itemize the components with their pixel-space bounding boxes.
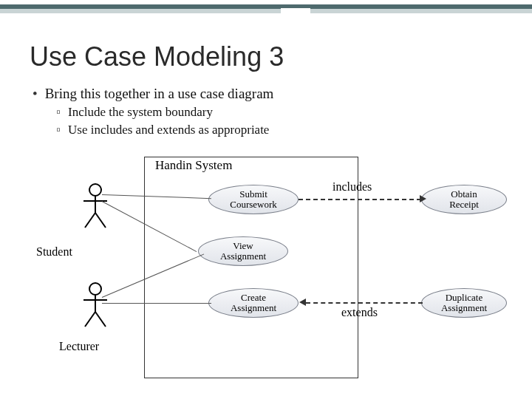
assoc-lecturer-create	[102, 303, 211, 304]
usecase-create: Create Assignment	[208, 288, 299, 318]
svg-point-5	[89, 283, 101, 295]
svg-point-0	[89, 184, 101, 196]
svg-line-8	[85, 312, 95, 327]
actor-lecturer-label: Lecturer	[59, 340, 99, 353]
includes-label: includes	[332, 180, 372, 194]
svg-line-3	[85, 213, 95, 228]
extends-arrowhead	[299, 299, 306, 306]
system-label: Handin System	[155, 158, 232, 173]
slide-title: Use Case Modeling 3	[30, 41, 284, 72]
bullet-list: Bring this together in a use case diagra…	[33, 86, 273, 140]
bullet-main: Bring this together in a use case diagra…	[33, 86, 273, 102]
bullet-sub-1: Include the system boundary	[56, 105, 273, 120]
usecase-submit: Submit Coursework	[208, 185, 299, 214]
stick-figure-icon	[81, 183, 110, 229]
bullet-sub-2: Use includes and extends as appropriate	[56, 123, 273, 137]
decorative-top-bars	[0, 4, 532, 15]
stick-figure-icon	[81, 282, 110, 328]
usecase-view: View Assignment	[198, 236, 288, 266]
usecase-obtain: Obtain Receipt	[421, 185, 507, 214]
svg-line-9	[95, 312, 106, 327]
usecase-duplicate: Duplicate Assignment	[421, 288, 507, 318]
slide: Use Case Modeling 3 Bring this together …	[0, 0, 532, 399]
actor-lecturer-figure	[73, 282, 117, 328]
includes-arrowhead	[420, 195, 426, 202]
extends-arrow	[306, 302, 423, 304]
extends-label: extends	[341, 306, 378, 319]
includes-arrow	[299, 199, 421, 200]
actor-student-label: Student	[36, 245, 72, 259]
svg-line-4	[95, 213, 106, 228]
